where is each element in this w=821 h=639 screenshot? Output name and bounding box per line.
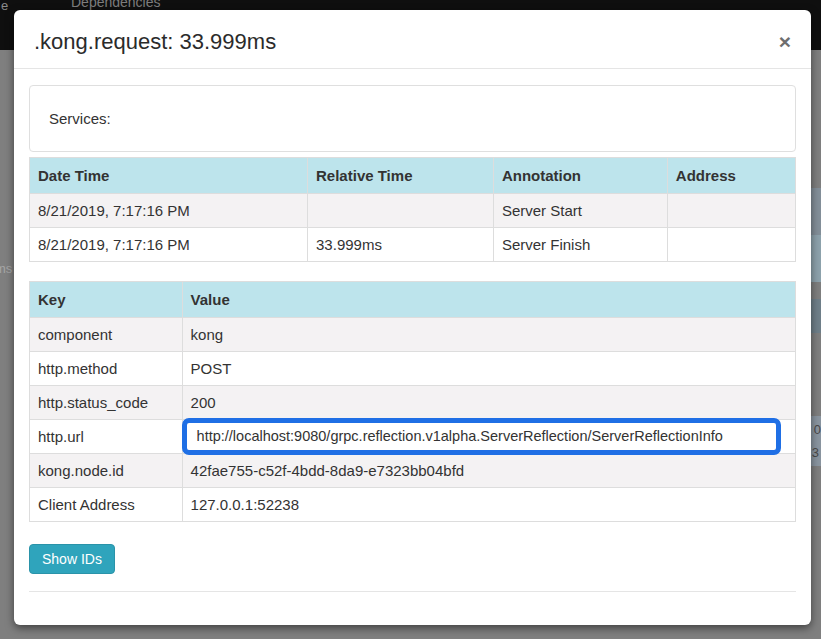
column-header: Date Time xyxy=(30,158,308,194)
annotation-cell: Server Start xyxy=(493,194,667,228)
annotation-cell: 8/21/2019, 7:17:16 PM xyxy=(30,194,308,228)
column-header: Relative Time xyxy=(308,158,494,194)
navbar-text-fragment: e xyxy=(1,0,8,13)
annotation-cell: 8/21/2019, 7:17:16 PM xyxy=(30,228,308,262)
background-text-fragment: ms xyxy=(0,261,12,276)
services-panel: Services: xyxy=(29,85,796,152)
modal-title: .kong.request: 33.999ms xyxy=(34,29,791,55)
tag-value-cell: 127.0.0.1:52238 xyxy=(182,488,795,522)
background-text-fragment: 3 xyxy=(812,445,819,460)
annotation-row: 8/21/2019, 7:17:16 PM33.999msServer Fini… xyxy=(30,228,796,262)
annotation-cell xyxy=(308,194,494,228)
annotation-row: 8/21/2019, 7:17:16 PMServer Start xyxy=(30,194,796,228)
tag-row: componentkong xyxy=(30,318,796,352)
services-label: Services: xyxy=(49,110,111,127)
tag-value-cell: 200 xyxy=(182,386,795,420)
annotations-header-row: Date TimeRelative TimeAnnotationAddress xyxy=(30,158,796,194)
span-detail-modal: .kong.request: 33.999ms × Services: Date… xyxy=(14,10,811,625)
tag-key-cell: http.url xyxy=(30,420,183,454)
modal-header: .kong.request: 33.999ms × xyxy=(14,10,811,69)
column-header: Key xyxy=(30,282,183,318)
tag-value-cell: 42fae755-c52f-4bdd-8da9-e7323bb04bfd xyxy=(182,454,795,488)
tag-key-cell: component xyxy=(30,318,183,352)
tags-header-row: KeyValue xyxy=(30,282,796,318)
annotation-cell: Server Finish xyxy=(493,228,667,262)
tag-value-cell: kong xyxy=(182,318,795,352)
annotation-cell xyxy=(667,228,795,262)
tag-value-cell: http://localhost:9080/grpc.reflection.v1… xyxy=(182,420,795,454)
column-header: Value xyxy=(182,282,795,318)
tags-table: KeyValue componentkonghttp.methodPOSThtt… xyxy=(29,281,796,522)
modal-body: Services: Date TimeRelative TimeAnnotati… xyxy=(14,69,811,624)
tag-row: http.urlhttp://localhost:9080/grpc.refle… xyxy=(30,420,796,454)
show-ids-button[interactable]: Show IDs xyxy=(29,544,115,574)
tag-value-cell: POST xyxy=(182,352,795,386)
background-text-fragment: 0 xyxy=(814,422,821,437)
tag-row: kong.node.id42fae755-c52f-4bdd-8da9-e732… xyxy=(30,454,796,488)
annotation-cell xyxy=(667,194,795,228)
column-header: Annotation xyxy=(493,158,667,194)
tag-key-cell: kong.node.id xyxy=(30,454,183,488)
tag-row: http.methodPOST xyxy=(30,352,796,386)
column-header: Address xyxy=(667,158,795,194)
tag-row: http.status_code200 xyxy=(30,386,796,420)
annotation-cell: 33.999ms xyxy=(308,228,494,262)
annotations-table: Date TimeRelative TimeAnnotationAddress … xyxy=(29,157,796,262)
tag-key-cell: Client Address xyxy=(30,488,183,522)
tag-key-cell: http.status_code xyxy=(30,386,183,420)
modal-footer-divider xyxy=(29,591,796,624)
navbar-menu-fragment: Dependencies xyxy=(71,0,161,10)
tag-key-cell: http.method xyxy=(30,352,183,386)
close-icon[interactable]: × xyxy=(779,31,791,52)
highlight-box: http://localhost:9080/grpc.reflection.v1… xyxy=(182,418,781,456)
tag-row: Client Address127.0.0.1:52238 xyxy=(30,488,796,522)
